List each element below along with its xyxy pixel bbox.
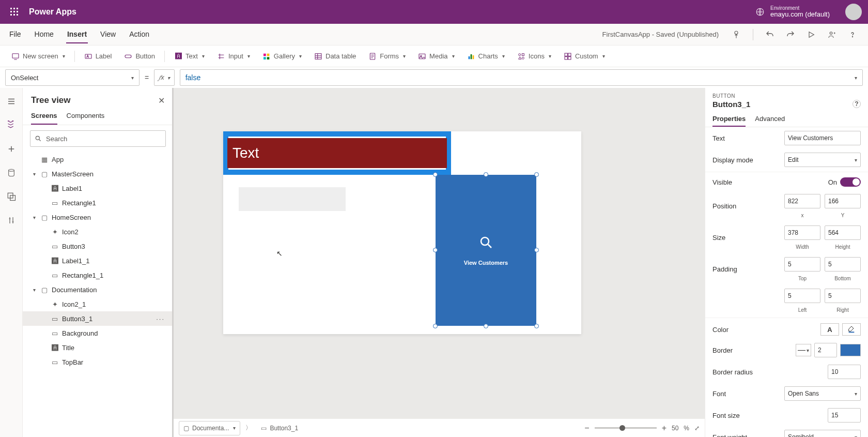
waffle-icon[interactable] [6,4,23,20]
tree-label1[interactable]: 🅰Label1 [23,181,173,195]
canvas-label-control[interactable]: Text [223,131,451,175]
search-input[interactable]: Search [30,130,166,147]
prop-position-y-input[interactable]: 166 [825,194,861,208]
resize-handle-sw[interactable] [433,324,438,328]
redo-icon[interactable] [783,27,798,42]
data-icon[interactable] [3,164,20,181]
prop-border-width[interactable]: 2 [814,343,837,357]
insert-gallery-dropdown[interactable]: Gallery▾ [257,49,307,64]
prop-pad-left[interactable]: 5 [784,289,820,303]
fit-screen-icon[interactable]: ⤢ [694,425,700,432]
avatar[interactable] [845,4,862,20]
tree-tab-components[interactable]: Components [67,112,105,125]
resize-handle-n[interactable] [484,172,488,177]
prop-size-h-input[interactable]: 564 [825,225,861,240]
canvas-screen[interactable]: Text View Customers ↖ [223,131,581,334]
props-tab-properties[interactable]: Properties [712,112,746,127]
fx-button[interactable]: 𝑓x▾ [154,69,175,86]
prop-size-w-input[interactable]: 378 [784,225,820,240]
tree-view-icon[interactable] [3,117,20,133]
environment-switcher[interactable]: Environment enayu.com (default) [754,5,830,18]
tree-background[interactable]: ▭Background [23,326,173,340]
resize-handle-ne[interactable] [534,172,539,177]
svg-rect-2 [17,8,18,9]
tree-title[interactable]: 🅰Title [23,340,173,355]
insert-forms-dropdown[interactable]: Forms▾ [363,49,411,64]
share-icon[interactable] [825,27,839,42]
property-selector[interactable]: OnSelect ▾ [5,69,140,86]
prop-visible-value: On [828,178,837,186]
app-icon: ▦ [40,155,49,163]
prop-border-color[interactable] [840,344,861,356]
tree-icon2_1[interactable]: ✦Icon2_1 [23,297,173,311]
tree-topbar[interactable]: ▭TopBar [23,355,173,369]
tree-rectangle1_1[interactable]: ▭Rectangle1_1 [23,268,173,282]
tree-button3_1[interactable]: ▭Button3_1··· [23,311,173,326]
resize-handle-s[interactable] [484,324,488,328]
breadcrumb-element[interactable]: ▭ Button3_1 [257,421,302,435]
prop-border-radius-input[interactable]: 10 [828,365,861,379]
add-icon[interactable] [3,141,20,157]
new-screen-button[interactable]: New screen▾ [6,49,70,64]
prop-displaymode-select[interactable]: Edit▾ [784,153,861,167]
undo-icon[interactable] [763,27,777,42]
advanced-tools-icon[interactable] [3,212,20,229]
close-icon[interactable]: ✕ [158,96,165,106]
zoom-slider[interactable] [595,427,657,429]
tab-home[interactable]: Home [34,26,55,43]
prop-fontweight-select[interactable]: Semibold▾ [784,430,861,437]
insert-custom-dropdown[interactable]: Custom▾ [559,49,610,64]
prop-pad-bottom[interactable]: 5 [825,257,861,272]
canvas[interactable]: Text View Customers ↖ ▢ Docum [174,88,705,437]
tree-icon2[interactable]: ✦Icon2 [23,224,173,239]
tree-homescreen[interactable]: ▾▢HomeScreen [23,210,173,224]
tab-view[interactable]: View [99,26,117,43]
insert-icons-dropdown[interactable]: Icons▾ [512,49,556,64]
prop-visible-toggle[interactable] [840,177,861,187]
insert-charts-dropdown[interactable]: Charts▾ [462,49,510,64]
tree-label1_1[interactable]: 🅰Label1_1 [23,253,173,268]
play-icon[interactable] [804,27,818,42]
tree-documentation[interactable]: ▾▢Documentation [23,282,173,297]
prop-pad-top[interactable]: 5 [784,257,820,272]
tree-rectangle1[interactable]: ▭Rectangle1 [23,195,173,210]
canvas-grey-shape[interactable] [239,187,346,211]
breadcrumb-screen[interactable]: ▢ Documenta... ▾ [179,421,240,435]
tree-masterscreen[interactable]: ▾▢MasterScreen [23,167,173,181]
tree-app[interactable]: ▦App [23,152,173,167]
prop-fill-color[interactable] [842,323,861,336]
help-icon[interactable]: ? [853,100,861,108]
insert-button-button[interactable]: Button [119,49,160,64]
resize-handle-w[interactable] [433,248,438,252]
prop-font-select[interactable]: Open Sans▾ [784,386,861,401]
insert-media-dropdown[interactable]: Media▾ [413,49,459,64]
more-icon[interactable]: ··· [156,315,168,323]
insert-datatable-button[interactable]: Data table [309,49,361,64]
media-panel-icon[interactable] [3,188,20,205]
props-tab-advanced[interactable]: Advanced [755,112,785,127]
tree-tab-screens[interactable]: Screens [31,112,57,125]
canvas-button3_1[interactable]: View Customers [436,175,536,326]
health-icon[interactable] [729,27,743,42]
prop-text-input[interactable]: View Customers [784,131,861,145]
tab-file[interactable]: File [8,26,22,43]
resize-handle-se[interactable] [534,324,539,328]
insert-input-dropdown[interactable]: Input▾ [212,49,255,64]
tree-button3[interactable]: ▭Button3 [23,239,173,253]
help-icon[interactable] [845,27,860,42]
formula-input[interactable]: false ▾ [180,69,863,86]
zoom-in-button[interactable]: + [662,424,667,433]
prop-font-color[interactable]: A [820,323,839,336]
tab-action[interactable]: Action [128,26,150,43]
zoom-out-button[interactable]: − [584,424,589,433]
prop-position-x-input[interactable]: 822 [784,194,820,208]
prop-border-style[interactable]: ▾ [796,344,811,356]
insert-label-button[interactable]: Label [79,49,117,64]
resize-handle-nw[interactable] [433,172,438,177]
prop-fontsize-input[interactable]: 15 [828,408,861,423]
resize-handle-e[interactable] [534,248,539,252]
tab-insert[interactable]: Insert [66,26,88,43]
insert-text-dropdown[interactable]: 🅰Text▾ [169,49,210,64]
prop-pad-right[interactable]: 5 [825,289,861,303]
hamburger-icon[interactable] [3,93,20,110]
